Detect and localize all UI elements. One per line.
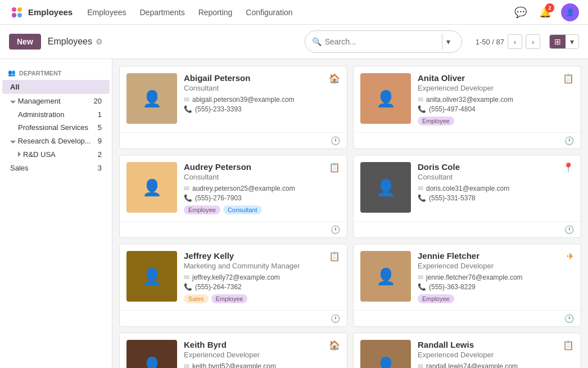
employee-tag: Consultant (223, 205, 262, 214)
employee-card[interactable]: 👤 Jeffrey Kelly Marketing and Community … (119, 244, 347, 327)
phone-icon: 📞 (184, 105, 192, 113)
email-value: jennie.fletcher76@example.com (426, 273, 523, 281)
prev-page-button[interactable]: ‹ (508, 34, 522, 49)
sidebar-item-administration[interactable]: Administration 1 (10, 108, 110, 121)
employee-role: Marketing and Community Manager (184, 262, 329, 270)
card-content: 👤 Randall Lewis Experienced Developer ✉r… (354, 333, 581, 368)
activity-icon[interactable]: 🕐 (564, 225, 574, 234)
employee-card[interactable]: 👤 Audrey Peterson Consultant ✉audrey.pet… (119, 155, 347, 238)
employee-card[interactable]: 👤 Anita Oliver Experienced Developer ✉an… (353, 66, 581, 149)
avatar-icon: 👤 (142, 89, 162, 108)
sidebar: 👥 DEPARTMENT All Management 20 Administr… (0, 59, 112, 368)
kanban-view-button[interactable]: ⊞ (550, 35, 566, 48)
employee-card[interactable]: 👤 Abigail Peterson Consultant ✉abigail.p… (119, 66, 347, 149)
sales-count: 3 (98, 164, 102, 172)
nav-right: 💬 🔔 2 👤 (512, 3, 579, 21)
svg-point-3 (17, 13, 22, 17)
chevron-down-icon (10, 141, 16, 143)
employee-card[interactable]: 👤 Keith Byrd Experienced Developer ✉keit… (119, 333, 347, 368)
card-tags: EmployeeConsultant (184, 205, 329, 214)
employee-card[interactable]: 👤 Jennie Fletcher Experienced Developer … (353, 244, 581, 327)
activity-icon[interactable]: 🕐 (331, 314, 340, 323)
email-icon: ✉ (418, 96, 423, 104)
avatar-icon: 👤 (376, 356, 396, 369)
search-dropdown-button[interactable]: ▾ (442, 34, 455, 50)
card-status: 🏠 (329, 73, 340, 125)
email-value: keith.byrd52@example.com (192, 362, 276, 368)
app-logo[interactable]: Employees (9, 5, 73, 20)
card-status: 📋 (329, 162, 340, 214)
activity-icon[interactable]: 🕐 (564, 136, 574, 145)
sidebar-item-rnd-usa[interactable]: R&D USA 2 (10, 148, 110, 161)
card-content: 👤 Abigail Peterson Consultant ✉abigail.p… (120, 66, 347, 132)
email-value: abigail.peterson39@example.com (192, 96, 295, 104)
avatar-icon: 👤 (376, 89, 396, 108)
status-icon: 🏠 (329, 73, 340, 84)
employee-photo: 👤 (360, 73, 411, 124)
app-name: Employees (28, 7, 73, 17)
page-title: Employees (48, 37, 92, 47)
employee-card[interactable]: 👤 Doris Cole Consultant ✉doris.cole31@ex… (353, 155, 581, 238)
employee-name: Jeffrey Kelly (184, 251, 329, 261)
new-button[interactable]: New (9, 34, 41, 50)
employee-role: Consultant (184, 84, 329, 92)
chevron-down-icon: ▾ (446, 37, 450, 46)
professional-services-label: Professional Services (18, 123, 88, 132)
email-icon: ✉ (418, 185, 423, 192)
next-page-button[interactable]: › (526, 34, 540, 49)
settings-icon[interactable]: ⚙ (96, 37, 103, 46)
card-info: Abigail Peterson Consultant ✉abigail.pet… (177, 73, 329, 125)
department-section-icon: 👥 (8, 69, 16, 77)
activity-icon[interactable]: 🕐 (331, 225, 340, 234)
sidebar-group-rnd-header[interactable]: Research & Develop... 9 (2, 134, 110, 148)
phone-icon: 📞 (184, 194, 192, 202)
administration-count: 1 (98, 110, 102, 119)
employee-photo: 👤 (360, 162, 411, 213)
card-status: 🏠 (329, 340, 340, 368)
card-info: Doris Cole Consultant ✉doris.cole31@exam… (411, 162, 563, 214)
pagination-info: 1-50 / 87 (476, 38, 504, 46)
chat-button[interactable]: 💬 (512, 3, 530, 21)
search-box: 🔍 ▾ (305, 30, 462, 53)
card-content: 👤 Jennie Fletcher Experienced Developer … (354, 244, 581, 310)
employee-role: Experienced Developer (184, 351, 329, 359)
employee-name: Jennie Fletcher (418, 251, 567, 261)
user-avatar[interactable]: 👤 (561, 3, 579, 21)
card-tags: Employee (418, 294, 567, 303)
employee-name: Abigail Peterson (184, 73, 329, 83)
employee-phone: 📞(555)-497-4804 (418, 105, 563, 113)
email-value: audrey.peterson25@example.com (192, 185, 295, 192)
sales-label: Sales (10, 164, 29, 172)
notification-button[interactable]: 🔔 2 (536, 3, 554, 21)
card-content: 👤 Jeffrey Kelly Marketing and Community … (120, 244, 347, 310)
card-footer: 🕐 (120, 310, 347, 326)
nav-employees[interactable]: Employees (82, 5, 132, 20)
nav-departments[interactable]: Departments (134, 5, 190, 20)
employee-name: Keith Byrd (184, 340, 329, 349)
search-input[interactable] (325, 37, 438, 46)
sidebar-item-all[interactable]: All (2, 80, 110, 94)
employee-role: Experienced Developer (418, 262, 567, 270)
status-icon: 📋 (563, 340, 574, 351)
employee-phone: 📞(555)-331-5378 (418, 194, 563, 202)
phone-value: (555)-264-7362 (195, 283, 242, 291)
nav-reporting[interactable]: Reporting (193, 5, 238, 20)
card-status: 📋 (563, 73, 574, 125)
avatar-icon: 👤 (142, 267, 162, 286)
card-content: 👤 Anita Oliver Experienced Developer ✉an… (354, 66, 581, 132)
employee-photo: 👤 (126, 73, 177, 124)
card-info: Jeffrey Kelly Marketing and Community Ma… (177, 251, 329, 303)
employee-card[interactable]: 👤 Randall Lewis Experienced Developer ✉r… (353, 333, 581, 368)
card-content: 👤 Doris Cole Consultant ✉doris.cole31@ex… (354, 155, 581, 221)
list-view-button[interactable]: ▾ (566, 35, 578, 48)
sidebar-group-management-header[interactable]: Management 20 (2, 94, 110, 108)
card-content: 👤 Keith Byrd Experienced Developer ✉keit… (120, 333, 347, 368)
card-info: Audrey Peterson Consultant ✉audrey.peter… (177, 162, 329, 214)
nav-configuration[interactable]: Configuration (240, 5, 298, 20)
sidebar-item-sales[interactable]: Sales 3 (2, 161, 110, 175)
activity-icon[interactable]: 🕐 (331, 136, 340, 145)
sidebar-item-professional-services[interactable]: Professional Services 5 (10, 121, 110, 134)
sidebar-group-management-children: Administration 1 Professional Services 5 (0, 108, 112, 134)
activity-icon[interactable]: 🕐 (564, 314, 574, 323)
card-info: Jennie Fletcher Experienced Developer ✉j… (411, 251, 567, 303)
